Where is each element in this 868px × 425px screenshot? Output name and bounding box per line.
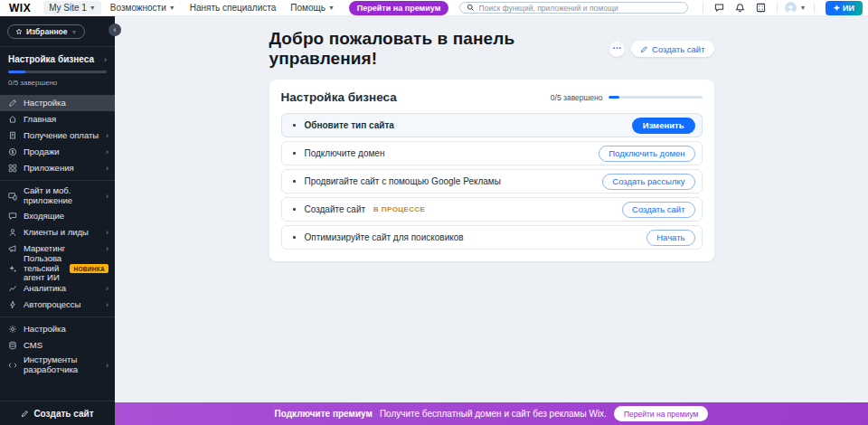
chevron-right-icon: ›	[106, 361, 108, 370]
chevron-right-icon: ›	[106, 131, 108, 140]
bullet-dot	[293, 236, 296, 239]
megaphone-icon	[8, 244, 17, 253]
page-title: Добро пожаловать в панель управления!	[269, 29, 610, 69]
setup-progress-section[interactable]: Настройка бизнеса › 0/5 завершено	[0, 47, 115, 95]
chevron-right-icon: ›	[106, 244, 108, 253]
nav-help[interactable]: Помощь ▼	[285, 1, 340, 14]
ai-sparkle-icon	[8, 264, 17, 273]
create-site-button[interactable]: Создать сайт	[631, 41, 713, 57]
sidebar-item-analytics[interactable]: Аналитика ›	[0, 280, 115, 297]
connect-domain-button[interactable]: Подключить домен	[599, 146, 694, 162]
start-button[interactable]: Начать	[646, 230, 694, 246]
top-bar: WIX My Site 1 ▼ Возможности ▼ Нанять спе…	[0, 0, 868, 16]
sidebar-item-automations[interactable]: Автопроцессы ›	[0, 297, 115, 313]
sidebar-item-payments[interactable]: Получение оплаты ›	[0, 128, 115, 144]
sidebar-item-setup[interactable]: Настройка	[0, 95, 115, 111]
more-options-button[interactable]: ···	[609, 42, 625, 57]
bullet-dot	[293, 180, 296, 183]
main-header: Добро пожаловать в панель управления! ··…	[269, 16, 714, 80]
sidebar-create-site-button[interactable]: Создать сайт	[0, 401, 115, 425]
card-progress-label: 0/5 завершено	[551, 93, 603, 102]
gear-icon	[8, 325, 17, 334]
chevron-right-icon: ›	[106, 147, 108, 156]
card-title: Настройка бизнеса	[281, 90, 397, 104]
person-icon	[8, 228, 17, 237]
chevron-right-icon: ›	[106, 284, 108, 293]
bullet-dot	[293, 124, 296, 127]
sidebar-item-apps[interactable]: Приложения ›	[0, 160, 115, 176]
analytics-chart-icon	[8, 284, 17, 293]
setup-pencil-icon	[8, 99, 17, 108]
main-area: Добро пожаловать в панель управления! ··…	[115, 16, 868, 425]
create-site-task-button[interactable]: Создать сайт	[622, 202, 694, 218]
site-mobile-icon	[8, 192, 17, 201]
upgrade-premium-button[interactable]: Перейти на премиум	[349, 1, 448, 15]
task-row-create-site[interactable]: Создайте сайт В ПРОЦЕССЕ Создать сайт	[281, 197, 703, 222]
task-row-connect-domain[interactable]: Подключите домен Подключить домен	[281, 141, 703, 165]
setup-progress-bar	[8, 71, 107, 73]
sidebar-item-site-mobile[interactable]: Сайт и моб. приложение ›	[0, 184, 115, 208]
favorites-button[interactable]: Избранное ▼	[7, 24, 85, 39]
notifications-bell-icon[interactable]	[731, 3, 749, 13]
nav-features[interactable]: Возможности ▼	[105, 1, 181, 14]
task-row-update-site-type[interactable]: Обновите тип сайта Изменить	[281, 113, 703, 137]
avatar[interactable]	[785, 2, 797, 14]
chevron-right-icon: ›	[106, 164, 108, 173]
sidebar-item-ai-agent[interactable]: Пользовательский агент ИИ НОВИНКА	[0, 257, 115, 280]
search-icon	[467, 4, 475, 12]
sidebar-item-settings[interactable]: Настройка	[0, 321, 115, 337]
setup-card: Настройка бизнеса 0/5 завершено Обновите…	[269, 80, 714, 261]
dollar-circle-icon	[8, 147, 17, 156]
sparkle-icon: ✦	[834, 4, 841, 13]
footer-banner-text: Получите бесплатный домен и сайт без рек…	[380, 409, 607, 419]
sidebar-item-sales[interactable]: Продажи ›	[0, 144, 115, 160]
chevron-right-icon: ›	[106, 300, 108, 309]
receipt-icon	[8, 131, 17, 140]
sidebar-item-contacts[interactable]: Клиенты и лиды ›	[0, 224, 115, 241]
site-menu-label: My Site 1	[49, 3, 87, 13]
chevron-right-icon: ›	[106, 192, 108, 201]
pencil-icon	[21, 410, 29, 418]
code-icon	[8, 361, 17, 370]
divider	[814, 3, 815, 13]
bullet-dot	[293, 152, 296, 155]
sidebar-item-inbox[interactable]: Входящие	[0, 208, 115, 224]
star-icon	[15, 28, 23, 35]
card-progress-bar	[609, 96, 703, 99]
footer-premium-button[interactable]: Перейти на премиум	[614, 406, 708, 421]
ai-assistant-button[interactable]: ✦ ИИ	[826, 1, 863, 15]
apps-grid-icon[interactable]	[752, 3, 769, 13]
footer-banner-title: Подключите премиум	[275, 409, 373, 419]
setup-section-title: Настройка бизнеса	[8, 54, 94, 64]
change-button[interactable]: Изменить	[632, 118, 695, 134]
sidebar-collapse-button[interactable]: ‹	[108, 24, 121, 36]
task-row-google-ads[interactable]: Продвигайте сайт с помощью Google Реклам…	[281, 169, 703, 194]
chat-icon[interactable]	[711, 3, 728, 13]
chevron-down-icon: ▼	[90, 5, 96, 11]
chevron-down-icon[interactable]: ▼	[800, 5, 807, 11]
new-badge: НОВИНКА	[70, 264, 108, 273]
database-icon	[8, 341, 17, 350]
search-input[interactable]	[479, 4, 681, 13]
chevron-down-icon: ▼	[328, 5, 335, 11]
nav-hire-specialist[interactable]: Нанять специалиста	[184, 1, 282, 14]
sidebar-item-cms[interactable]: CMS	[0, 337, 115, 354]
sidebar-item-home[interactable]: Главная	[0, 111, 115, 128]
site-menu[interactable]: My Site 1 ▼	[43, 1, 101, 14]
sidebar-item-dev-tools[interactable]: Инструменты разработчика ›	[0, 354, 115, 377]
search-bar[interactable]	[459, 2, 688, 14]
divider	[703, 3, 703, 13]
setup-progress-label: 0/5 завершено	[8, 79, 107, 87]
pencil-icon	[640, 45, 648, 53]
apps-icon	[8, 164, 17, 173]
chevron-down-icon: ▼	[169, 5, 175, 11]
divider	[777, 3, 778, 13]
premium-footer-banner: Подключите премиум Получите бесплатный д…	[115, 402, 868, 425]
lightning-icon	[8, 300, 17, 309]
chevron-right-icon: ›	[104, 55, 107, 64]
create-campaign-button[interactable]: Создать рассылку	[602, 174, 694, 190]
divider	[0, 316, 115, 317]
task-row-seo[interactable]: Оптимизируйте сайт для поисковиков Начат…	[281, 225, 703, 250]
wix-logo: WIX	[9, 2, 31, 14]
bullet-dot	[293, 208, 296, 211]
